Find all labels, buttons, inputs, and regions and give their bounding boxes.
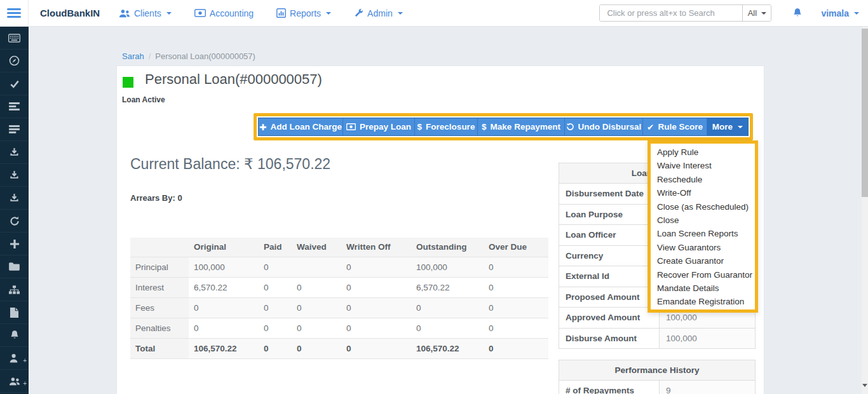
sidebar-item-13[interactable] [0, 301, 29, 324]
menu-item-loan-screen-reports[interactable]: Loan Screen Reports [651, 227, 755, 240]
cell [292, 257, 341, 277]
row-label: Interest [130, 277, 189, 297]
sidebar-item-15[interactable]: + [0, 347, 29, 370]
menu-accounting[interactable]: Accounting [194, 8, 254, 18]
button-label: Prepay Loan [360, 122, 411, 132]
notifications-button[interactable] [792, 8, 803, 18]
global-search: All [599, 4, 771, 22]
cell: 100,000 [189, 257, 259, 277]
menu-reports[interactable]: Reports [276, 8, 331, 18]
sidebar-item-6[interactable] [0, 141, 29, 164]
cell: 0 [292, 297, 341, 318]
tasks-icon [9, 125, 20, 133]
detail-label: Proposed Amount [559, 287, 660, 308]
sidebar-item-2[interactable] [0, 50, 29, 72]
scrollbar-down-arrow-icon[interactable] [862, 384, 867, 387]
plus-icon [10, 240, 19, 248]
foreclosure-button[interactable]: $ Foreclosure [415, 118, 478, 135]
row-label: Total [130, 338, 189, 358]
button-label: Undo Disbursal [578, 122, 642, 132]
loan-status-text: Loan Active [122, 95, 165, 104]
table-row-penalties: Penalties 0 0 0 0 0 0 [130, 318, 548, 338]
caret-down-icon [326, 12, 331, 15]
make-repayment-button[interactable]: $ Make Repayment [478, 118, 565, 135]
menu-item-mandate-details[interactable]: Mandate Details [651, 282, 755, 295]
menu-item-apply-rule[interactable]: Apply Rule [651, 146, 755, 159]
sidebar-item-8[interactable] [0, 187, 29, 210]
cell: 6,570.22 [189, 277, 259, 297]
search-scope-dropdown[interactable]: All [742, 5, 771, 21]
loan-status-square [123, 77, 133, 88]
cell: 0 [259, 297, 292, 318]
search-scope-label: All [748, 8, 757, 18]
compass-icon [9, 55, 20, 66]
detail-row-disburse-amount: Disburse Amount 100,000 [559, 328, 756, 349]
cell: 0 [484, 297, 548, 318]
column-header: Paid [259, 238, 292, 257]
download-icon [10, 193, 19, 203]
menu-item-reschedule[interactable]: Reschedule [651, 173, 755, 186]
dollar-icon: $ [417, 122, 423, 132]
button-label: Foreclosure [426, 122, 475, 132]
sidebar-item-12[interactable] [0, 278, 29, 301]
sidebar-item-3[interactable] [0, 72, 29, 95]
breadcrumb-client-link[interactable]: Sarah [122, 51, 144, 61]
column-header: Outstanding [411, 238, 484, 257]
menu-item-waive-interest[interactable]: Waive Interest [651, 159, 755, 172]
sidebar-item-4[interactable] [0, 95, 29, 118]
table-row-interest: Interest 6,570.22 0 0 0 6,570.22 0 [130, 277, 548, 297]
cell: 0 [259, 318, 292, 338]
app-logo[interactable]: CloudBankIN [40, 8, 115, 18]
more-dropdown-menu: Apply Rule Waive Interest Reschedule Wri… [651, 144, 755, 311]
sidebar-item-14[interactable] [0, 324, 29, 347]
caret-down-icon [166, 12, 172, 15]
sidebar-item-16[interactable]: + [0, 370, 29, 393]
menu-item-recover-from-guarantor[interactable]: Recover From Guarantor [651, 268, 755, 282]
table-row-principal: Principal 100,000 0 0 100,000 0 [130, 257, 548, 277]
user-menu[interactable]: vimala [821, 8, 859, 18]
sidebar-toggle-button[interactable] [0, 0, 29, 27]
row-label: Penalties [130, 318, 189, 338]
cell: 0 [259, 338, 292, 358]
cell: 0 [292, 318, 341, 338]
sidebar-item-10[interactable] [0, 233, 29, 255]
cell: 0 [259, 277, 292, 297]
cell: 0 [341, 318, 411, 338]
menu-item-close-as-rescheduled[interactable]: Close (as Rescheduled) [651, 200, 755, 214]
page-title: Personal Loan(#000000057) [145, 70, 322, 89]
loan-summary-table: Original Paid Waived Written Off Outstan… [130, 238, 548, 359]
rule-score-button[interactable]: ✔ Rule Score [643, 118, 707, 135]
undo-disbursal-button[interactable]: Undo Disbursal [565, 118, 643, 135]
cell: 0 [484, 318, 548, 338]
undo-icon [566, 123, 574, 131]
menu-item-close[interactable]: Close [651, 214, 755, 227]
sidebar-item-9[interactable] [0, 210, 29, 233]
add-loan-charge-button[interactable]: ✚ Add Loan Charge [259, 118, 343, 135]
cell: 0 [341, 257, 411, 277]
arrears-by: Arrears By: 0 [130, 193, 182, 203]
column-header: Waived [292, 238, 341, 257]
menu-item-emandate-registration[interactable]: Emandate Registration [651, 295, 755, 308]
menu-clients[interactable]: Clients [119, 8, 172, 18]
button-label: Add Loan Charge [270, 122, 342, 132]
prepay-loan-button[interactable]: Prepay Loan [343, 118, 415, 135]
menu-item-view-guarantors[interactable]: View Guarantors [651, 241, 755, 254]
sidebar-item-5[interactable] [0, 118, 29, 141]
menu-item-create-guarantor[interactable]: Create Guarantor [651, 254, 755, 268]
search-input[interactable] [600, 5, 742, 21]
cell: 0 [341, 338, 411, 358]
sidebar-item-7[interactable] [0, 164, 29, 187]
plus-icon: + [23, 358, 27, 364]
sidebar-item-1[interactable] [0, 27, 29, 50]
menu-item-write-off[interactable]: Write-Off [651, 186, 755, 200]
scrollbar-thumb[interactable] [862, 29, 868, 197]
button-label: Make Repayment [491, 122, 560, 132]
more-button[interactable]: More [707, 118, 748, 135]
column-header: Over Due [484, 238, 548, 257]
sidebar-item-11[interactable] [0, 255, 29, 278]
menu-admin[interactable]: Admin [354, 8, 403, 18]
check-icon [10, 79, 20, 88]
cell: 0 [341, 277, 411, 297]
detail-row-num-repayments: # of Repayments 9 [559, 381, 756, 394]
column-header [130, 238, 189, 257]
